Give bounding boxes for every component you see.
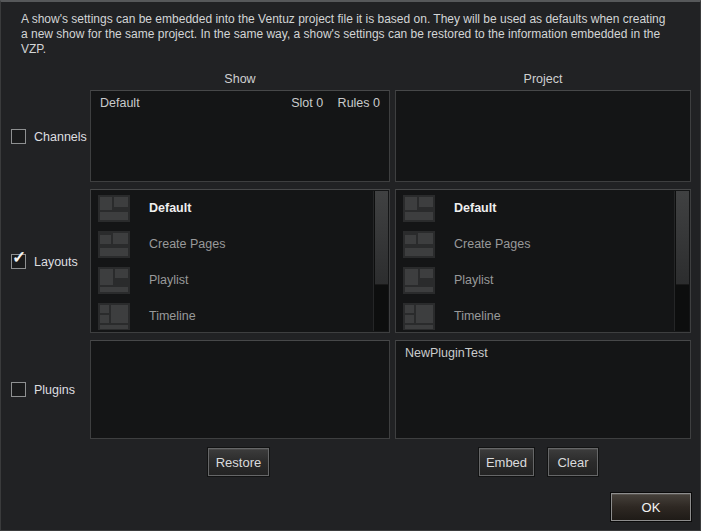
layout-timeline-thumbnail-icon <box>403 303 435 330</box>
layout-item-label: Default <box>149 201 191 215</box>
scrollbar-thumb[interactable] <box>375 191 388 285</box>
channels-checkbox[interactable] <box>11 129 26 144</box>
layout-list-item[interactable]: Create Pages <box>91 226 389 262</box>
layouts-checkbox[interactable]: ✓ <box>11 254 26 269</box>
embed-settings-dialog: A show's settings can be embedded into t… <box>0 0 701 531</box>
layout-create-pages-thumbnail-icon <box>98 231 130 258</box>
description-line: VZP. <box>21 42 665 57</box>
channel-slot: Slot 0 <box>291 96 323 110</box>
layout-item-label: Playlist <box>454 273 494 287</box>
channels-project-list[interactable] <box>395 90 691 182</box>
layout-list-item[interactable]: Default <box>396 190 690 226</box>
layout-list-item[interactable]: Playlist <box>396 262 690 298</box>
layouts-show-list[interactable]: Default Create Pages Playlist Timeline <box>90 189 390 333</box>
ok-button[interactable]: OK <box>611 493 691 521</box>
plugins-checkbox-row: Plugins <box>11 382 75 397</box>
layout-item-label: Timeline <box>149 309 196 323</box>
show-column-header: Show <box>90 72 390 87</box>
clear-button[interactable]: Clear <box>548 448 598 476</box>
layout-create-pages-thumbnail-icon <box>403 231 435 258</box>
plugins-checkbox-label: Plugins <box>34 383 75 397</box>
description-line: a new show for the same project. In the … <box>21 27 665 42</box>
layouts-checkbox-label: Layouts <box>34 255 78 269</box>
layout-item-label: Create Pages <box>454 237 530 251</box>
channel-meta: Slot 0 Rules 0 <box>280 96 380 110</box>
channel-name: Default <box>100 96 140 110</box>
layout-item-label: Create Pages <box>149 237 225 251</box>
layouts-project-list[interactable]: Default Create Pages Playlist Timeline <box>395 189 691 333</box>
layout-playlist-thumbnail-icon <box>403 267 435 294</box>
channels-show-list[interactable]: Default Slot 0 Rules 0 <box>90 90 390 182</box>
layouts-show-scrollbar[interactable] <box>373 191 388 331</box>
channel-rules: Rules 0 <box>338 96 380 110</box>
channel-list-item[interactable]: Default Slot 0 Rules 0 <box>91 91 389 110</box>
layout-list-item[interactable]: Timeline <box>396 298 690 334</box>
layout-item-label: Timeline <box>454 309 501 323</box>
layout-item-label: Playlist <box>149 273 189 287</box>
channels-checkbox-row: Channels <box>11 129 87 144</box>
description-line: A show's settings can be embedded into t… <box>21 12 665 27</box>
layout-list-item[interactable]: Timeline <box>91 298 389 334</box>
layout-timeline-thumbnail-icon <box>98 303 130 330</box>
layout-playlist-thumbnail-icon <box>98 267 130 294</box>
dialog-description: A show's settings can be embedded into t… <box>21 12 665 57</box>
plugins-checkbox[interactable] <box>11 382 26 397</box>
layout-default-thumbnail-icon <box>98 195 130 222</box>
layout-list-item[interactable]: Create Pages <box>396 226 690 262</box>
layout-list-item[interactable]: Playlist <box>91 262 389 298</box>
project-column-header: Project <box>395 72 691 87</box>
layout-default-thumbnail-icon <box>403 195 435 222</box>
layout-item-label: Default <box>454 201 496 215</box>
layouts-project-scrollbar[interactable] <box>674 191 689 331</box>
checkmark-icon: ✓ <box>12 249 26 266</box>
restore-button[interactable]: Restore <box>208 448 269 476</box>
layout-list-item[interactable]: Default <box>91 190 389 226</box>
channels-checkbox-label: Channels <box>34 130 87 144</box>
plugins-show-list[interactable] <box>90 340 390 439</box>
embed-button[interactable]: Embed <box>479 448 534 476</box>
plugins-project-list[interactable]: NewPluginTest <box>395 340 691 439</box>
scrollbar-thumb[interactable] <box>676 191 689 285</box>
layouts-checkbox-row: ✓ Layouts <box>11 254 78 269</box>
plugin-name: NewPluginTest <box>405 346 488 360</box>
plugin-list-item[interactable]: NewPluginTest <box>396 341 690 360</box>
